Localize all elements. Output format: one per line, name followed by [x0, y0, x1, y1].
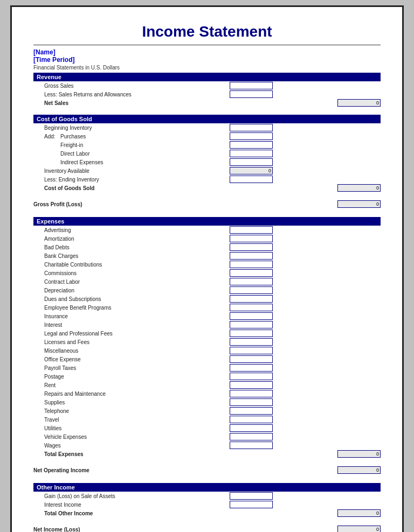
expense-label: Miscellaneous [33, 348, 219, 354]
expense-label: Wages [33, 443, 219, 449]
expense-label: Amortization [33, 236, 219, 242]
expense-input[interactable] [230, 243, 273, 251]
expense-input[interactable] [230, 398, 273, 406]
net-income-value[interactable]: 0 [337, 526, 381, 532]
gain-loss-input[interactable] [230, 492, 273, 500]
cogs-total-label: Cost of Goods Sold [33, 185, 219, 191]
expense-input[interactable] [230, 330, 273, 337]
expense-input[interactable] [230, 235, 273, 242]
expense-row: Office Expense [33, 355, 381, 363]
net-operating-label: Net Operating Income [33, 467, 219, 473]
expense-input[interactable] [230, 252, 273, 260]
cogs-value[interactable]: 0 [337, 184, 381, 192]
net-income-label: Net Income (Loss) [33, 527, 219, 533]
interest-income-input[interactable] [230, 501, 273, 508]
expense-label: Bad Debts [33, 244, 219, 250]
expense-label: Repairs and Maintenance [33, 391, 219, 397]
expense-row: Miscellaneous [33, 346, 381, 355]
net-sales-label: Net Sales [33, 100, 219, 106]
total-other-income-label: Total Other Income [33, 510, 219, 516]
expense-row: Dues and Subscriptions [33, 295, 381, 303]
expense-input[interactable] [230, 278, 273, 285]
expense-input[interactable] [230, 261, 273, 268]
expense-input[interactable] [230, 295, 273, 303]
expense-input[interactable] [230, 321, 273, 328]
freight-input[interactable] [230, 141, 273, 149]
net-income-row: Net Income (Loss) 0 [33, 525, 381, 532]
expense-input[interactable] [230, 364, 273, 372]
gross-profit-value[interactable]: 0 [337, 200, 381, 208]
expense-label: Travel [33, 417, 219, 423]
indirect-expenses-label: Indirect Expenses [33, 159, 219, 165]
net-sales-value[interactable]: 0 [337, 99, 381, 107]
sales-returns-input[interactable] [230, 90, 273, 98]
expense-row: Telephone [33, 407, 381, 415]
expense-input[interactable] [230, 286, 273, 294]
other-income-header: Other Income [33, 483, 381, 492]
cogs-section: Cost of Goods Sold Beginning Inventory A… [33, 115, 381, 192]
gross-sales-row: Gross Sales [33, 81, 381, 90]
cogs-header: Cost of Goods Sold [33, 115, 381, 123]
expense-label: Office Expense [33, 356, 219, 362]
total-other-income-value[interactable]: 0 [337, 509, 381, 517]
indirect-expenses-input[interactable] [230, 158, 273, 166]
expense-label: Advertising [33, 227, 219, 233]
freight-row: Freight-in [33, 141, 381, 149]
inventory-available-value[interactable]: 0 [230, 167, 273, 174]
net-sales-row: Net Sales 0 [33, 99, 381, 107]
beginning-inventory-label: Beginning Inventory [33, 125, 219, 131]
expense-input[interactable] [230, 390, 273, 397]
beginning-inventory-row: Beginning Inventory [33, 123, 381, 132]
gain-loss-row: Gain (Loss) on Sale of Assets [33, 492, 381, 500]
expense-row: Supplies [33, 398, 381, 407]
direct-labor-input[interactable] [230, 150, 273, 157]
total-expenses-label: Total Expenses [33, 451, 219, 457]
expense-label: Vehicle Expenses [33, 434, 219, 440]
expenses-rows: Advertising Amortization Bad Debts Bank … [33, 226, 381, 450]
expense-row: Insurance [33, 312, 381, 320]
expense-label: Bank Charges [33, 253, 219, 259]
expense-input[interactable] [230, 226, 273, 234]
beginning-inventory-input[interactable] [230, 124, 273, 131]
expense-input[interactable] [230, 433, 273, 440]
expenses-section: Expenses Advertising Amortization Bad De… [33, 217, 381, 458]
total-expenses-value[interactable]: 0 [337, 450, 381, 458]
purchases-input[interactable] [230, 132, 273, 140]
expense-input[interactable] [230, 312, 273, 320]
expense-input[interactable] [230, 416, 273, 423]
total-expenses-row: Total Expenses 0 [33, 450, 381, 458]
expense-input[interactable] [230, 381, 273, 389]
income-statement-page: Income Statement [Name] [Time Period] Fi… [10, 5, 404, 532]
expense-label: Commissions [33, 270, 219, 276]
net-operating-value[interactable]: 0 [337, 466, 381, 474]
expense-input[interactable] [230, 442, 273, 449]
expense-input[interactable] [230, 338, 273, 346]
add-label-row: Add: Purchases [33, 132, 381, 141]
interest-income-label: Interest Income [33, 502, 219, 508]
expense-row: Charitable Contributions [33, 260, 381, 269]
ending-inventory-input[interactable] [230, 176, 273, 183]
freight-label: Freight-in [33, 142, 219, 148]
expense-input[interactable] [230, 304, 273, 311]
direct-labor-row: Direct Labor [33, 149, 381, 158]
expense-row: Contract Labor [33, 277, 381, 286]
gross-profit-row: Gross Profit (Loss) 0 [33, 200, 381, 208]
interest-income-row: Interest Income [33, 500, 381, 509]
expense-input[interactable] [230, 269, 273, 277]
purchases-label: Purchases [60, 134, 219, 139]
expense-input[interactable] [230, 424, 273, 432]
gross-sales-input[interactable] [230, 82, 273, 89]
expense-input[interactable] [230, 347, 273, 354]
expense-input[interactable] [230, 355, 273, 363]
expense-label: Dues and Subscriptions [33, 296, 219, 302]
ending-inventory-label: Less: Ending Inventory [33, 177, 219, 183]
add-label: Add: [33, 134, 60, 139]
expense-input[interactable] [230, 373, 273, 380]
period-label[interactable]: [Time Period] [33, 56, 381, 64]
page-title: Income Statement [33, 23, 381, 40]
expense-input[interactable] [230, 407, 273, 415]
inventory-available-label: Inventory Available [33, 168, 219, 174]
name-label[interactable]: [Name] [33, 48, 381, 56]
expense-row: Advertising [33, 226, 381, 234]
expense-label: Contract Labor [33, 279, 219, 285]
